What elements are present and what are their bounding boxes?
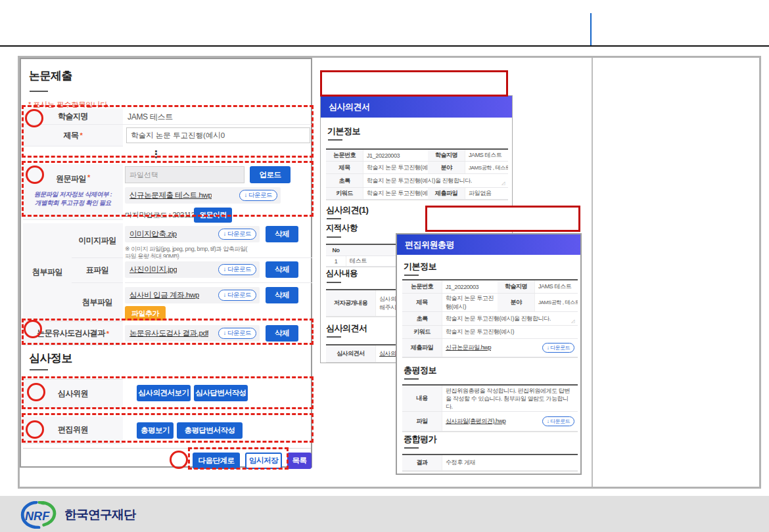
opinion-doc-label: 심사의견서 [326, 345, 375, 362]
submit-file-label: 제출파일 [428, 188, 465, 199]
summary-file-link[interactable]: 심사파일(총평의견).hwp [446, 417, 505, 426]
section-underline [327, 236, 341, 238]
table-file-label: 표파일 [72, 258, 123, 283]
defect-row-no: 1 [326, 256, 346, 266]
journal-name-value: JAMS 테스트 [128, 112, 173, 123]
summary-info-title: 총평정보 [404, 365, 436, 376]
original-file-label-cell: 원문파일* 원문파일 저자정보 삭제여부 : 개별학회 투고규정 확인 필요 [23, 164, 123, 220]
collapsed-rows-ellipsis: ⋮ [151, 148, 161, 160]
title-value: 학술지 논문 투고진행(예시) [442, 294, 498, 311]
journal-label: 학술지명 [498, 280, 534, 293]
paper-no-label: 논문번호 [326, 150, 363, 161]
content-title: 심사내용 [326, 268, 358, 279]
attach-file-link[interactable]: 심사비 입금 계좌.hwp [129, 290, 199, 300]
download-pill[interactable]: ↓ 다운로드 [542, 416, 574, 426]
nrf-logo: NRF 한국연구재단 [20, 501, 135, 529]
abstract-value: 학술지 논문 투고진행(예시)을 진행합니다.◿ [363, 174, 508, 187]
list-button[interactable]: 목록 [287, 453, 312, 469]
row-separator [125, 282, 312, 283]
submit-file-link[interactable]: 신규논문파일.hwp [446, 344, 491, 352]
title-input[interactable] [126, 127, 310, 143]
result-label: 결과 [402, 455, 442, 470]
similarity-delete-button[interactable]: 삭제 [266, 325, 298, 342]
field-label: 분야 [428, 162, 465, 173]
original-file-bar: 신규논문제출 테스트.hwp ↓ 다운로드 [125, 187, 281, 204]
similarity-file-link[interactable]: 논문유사도검사 결과.pdf [129, 328, 208, 338]
abstract-label: 초록 [402, 312, 442, 325]
title-label: 제목 [402, 294, 442, 311]
journal-value: JAMS 테스트 [465, 150, 508, 161]
opinion-title: 심사의견(1) [326, 204, 368, 216]
top-divider-line [0, 45, 769, 47]
footer: NRF 한국연구재단 [0, 496, 769, 532]
editor-label: 편집위원 [23, 416, 123, 444]
footer-separator [23, 448, 311, 449]
journal-name-label: 학술지명 [23, 108, 123, 125]
callout-box-top [320, 70, 508, 97]
download-pill[interactable]: ↓ 다운로드 [239, 190, 277, 201]
nrf-logo-icon: NRF [20, 501, 58, 529]
keyword-label: 키워드 [326, 188, 363, 199]
view-summary-button[interactable]: 총평보기 [137, 422, 174, 439]
write-review-reply-button[interactable]: 심사답변서작성 [194, 385, 248, 401]
page-title: 논문제출 [29, 68, 72, 83]
summary-content-value: 편집위원총평을 작성합니다. 편집위원에게도 답변을 작성할 수 있습니다. 첨… [442, 386, 578, 411]
submit-file-label: 제출파일 [402, 339, 442, 357]
image-file-label: 이미지파일 [72, 223, 123, 258]
top-blue-tick [590, 13, 592, 45]
similarity-label: 논문유사도검사결과* [23, 322, 123, 345]
abstract-label: 초록 [326, 174, 363, 187]
image-delete-button[interactable]: 삭제 [266, 226, 298, 242]
review-basic-table: 논문번호 J1_20220003 학술지명 JAMS 테스트 제목 학술지 논문… [326, 148, 508, 200]
title-label: 제목 [326, 162, 363, 173]
image-file-link[interactable]: 이미지압축.zip [129, 229, 177, 239]
next-step-button[interactable]: 다음단계로 [193, 453, 240, 469]
title-value: 학술지 논문 투고진행(예시) [363, 162, 428, 173]
section-underline [327, 282, 341, 283]
opinion-doc-title: 심사의견서 [326, 322, 367, 334]
row-separator [123, 124, 312, 125]
download-pill[interactable]: ↓ 다운로드 [218, 290, 256, 301]
view-review-opinion-button[interactable]: 심사의견서보기 [137, 385, 191, 401]
journal-label: 학술지명 [428, 150, 465, 161]
original-file-note-1: 원문파일 저자정보 삭제여부 : [34, 190, 112, 198]
image-file-bar: 이미지압축.zip ↓ 다운로드 [125, 226, 260, 242]
original-file-link[interactable]: 신규논문제출 테스트.hwp [129, 190, 212, 200]
paper-no-label: 논문번호 [402, 280, 442, 293]
download-pill[interactable]: ↓ 다운로드 [542, 343, 574, 353]
section-underline [404, 275, 419, 276]
paper-no-value: J1_20220003 [442, 280, 498, 293]
table-file-link[interactable]: 사진이미지.jpg [129, 265, 177, 275]
upload-button[interactable]: 업로드 [250, 166, 291, 183]
content-row-label: 저자공개내용 [326, 290, 375, 316]
content-frame-divider [592, 58, 593, 487]
file-select-field[interactable]: 파일선택 [125, 166, 245, 183]
org-name: 한국연구재단 [64, 506, 135, 523]
submit-file-cell: 신규논문파일.hwp ↓ 다운로드 [442, 339, 578, 357]
attachments-group-label: 첨부파일 [23, 223, 72, 322]
temp-save-button[interactable]: 임시저장 [245, 453, 282, 469]
download-pill[interactable]: ↓ 다운로드 [218, 229, 256, 240]
table-delete-button[interactable]: 삭제 [266, 261, 298, 278]
download-pill[interactable]: ↓ 다운로드 [218, 328, 256, 339]
review-info-title: 심사정보 [29, 351, 72, 366]
section-underline [327, 336, 341, 338]
required-asterisk: * [87, 173, 90, 181]
original-file-note-2: 개별학회 투고규정 확인 필요 [35, 198, 111, 207]
title-underline [30, 91, 48, 92]
basic-info-title: 기본정보 [404, 261, 436, 273]
eval-table: 결과 수정후 게재 [402, 454, 578, 472]
add-file-button[interactable]: 파일추가 [125, 306, 166, 321]
chief-basic-table: 논문번호 J1_20220003 학술지명 JAMS 테스트 제목 학술지 논문… [402, 279, 578, 358]
write-summary-reply-button[interactable]: 총평답변서작성 [177, 422, 243, 439]
defect-title: 지적사항 [326, 223, 358, 234]
attach-delete-button[interactable]: 삭제 [266, 287, 298, 303]
svg-text:NRF: NRF [25, 510, 50, 523]
summary-table: 내용 편집위원총평을 작성합니다. 편집위원에게도 답변을 작성할 수 있습니다… [402, 384, 578, 432]
download-pill[interactable]: ↓ 다운로드 [218, 264, 256, 275]
defect-col-no: No [326, 245, 346, 255]
required-asterisk: * [80, 131, 83, 139]
original-history-button[interactable]: 원문이력 [194, 208, 232, 223]
section-underline [404, 378, 419, 380]
result-value: 수정후 게재 [442, 455, 578, 470]
